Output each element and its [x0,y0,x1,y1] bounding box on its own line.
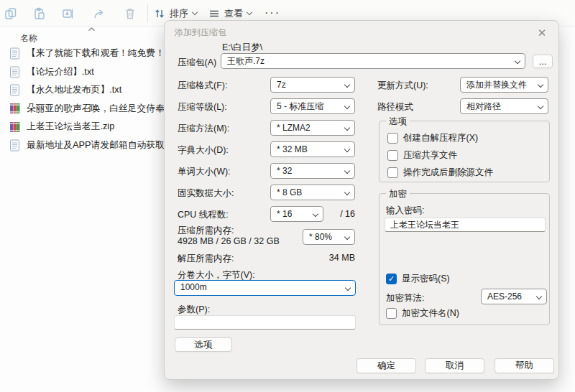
archive-path: E:\白日梦\ [222,42,262,54]
memory-usage-value: * 80% [309,232,332,242]
chevron-down-icon [344,82,350,88]
checkbox-box [386,274,397,284]
checkbox-delete-after[interactable]: 操作完成后删除源文件 [387,167,493,179]
encryption-method-value: AES-256 [487,291,522,302]
cpu-threads-label: CPU 线程数: [178,209,229,221]
password-label: 输入密码: [386,205,424,217]
password-input[interactable]: 上老王论坛当老王 [385,218,546,232]
dictionary-combobox[interactable]: * 32 MB [270,141,355,157]
delete-icon[interactable] [122,6,138,22]
sort-button[interactable]: 排序 [154,6,197,22]
solid-block-label: 固实数据大小: [178,187,234,200]
chevron-down-icon [538,82,543,88]
file-row[interactable]: 上老王论坛当老王.zip [0,118,167,136]
column-header-name[interactable]: 名称 [20,32,37,45]
file-row[interactable]: 【来了就能下载和观看！纯免费！】.txt [0,45,167,63]
method-combobox[interactable]: * LZMA2 [270,120,355,136]
toolbar-divider [147,4,148,22]
chevron-down-icon [345,285,351,291]
encryption-method-combobox[interactable]: AES-256 [481,289,547,304]
level-label: 压缩等级(L): [178,101,227,113]
checkbox-encrypt-filenames[interactable]: 加密文件名(N) [386,307,459,319]
parameters-input[interactable] [174,315,356,330]
sort-arrows-icon [154,8,165,19]
file-name: 朵丽亚的歌声召唤，白丝足交侍奉骚穴被.. [27,103,167,115]
volume-size-combobox[interactable]: 1000m [174,280,356,296]
file-name: 【论坛介绍】.txt [27,66,94,78]
memory-decompress-value: 34 MB [308,253,355,263]
chevron-down-icon [344,146,350,152]
path-mode-value: 相对路径 [466,101,501,111]
update-mode-combobox[interactable]: 添加并替换文件 [460,77,548,93]
solid-block-combobox[interactable]: * 8 GB [270,185,355,200]
format-combobox[interactable]: 7z [270,77,355,93]
method-label: 压缩方法(M): [178,123,229,135]
rar-archive-icon [9,103,21,115]
word-size-value: * 32 [277,166,292,176]
word-size-combobox[interactable]: * 32 [270,163,355,179]
chevron-down-icon [538,103,543,109]
rar-archive-icon [9,121,21,133]
close-icon[interactable]: ✕ [534,25,550,41]
encryption-group-title: 加密 [386,188,410,200]
chevron-down-icon [247,9,252,15]
help-button[interactable]: 帮助 [494,358,554,373]
memory-usage-combobox[interactable]: * 80% [303,229,355,245]
chevron-down-icon [192,9,198,15]
file-name: 【永久地址发布页】.txt [27,84,121,96]
file-name: 【来了就能下载和观看！纯免费！】.txt [27,47,167,60]
options-button[interactable]: 选项 [175,337,232,352]
chevron-down-icon [344,234,350,240]
checkbox-label: 显示密码(S) [402,273,450,285]
share-icon[interactable] [91,6,107,22]
dialog-title: 添加到压缩包 [175,27,226,39]
checkbox-label: 压缩共享文件 [403,149,457,162]
chevron-down-icon [536,294,542,299]
rename-icon[interactable] [60,6,76,22]
chevron-down-icon [515,58,520,64]
method-value: * LZMA2 [277,123,310,133]
archive-name-combobox[interactable]: 王歌声.7z [221,53,525,69]
copy-icon[interactable] [3,6,19,22]
path-mode-combobox[interactable]: 相对路径 [460,98,548,114]
sort-ascending-caret-icon[interactable] [88,27,96,32]
format-label: 压缩格式(F): [178,80,227,92]
checkbox-show-password[interactable]: 显示密码(S) [386,273,450,285]
txt-file-icon [9,84,21,96]
file-row[interactable]: 最新地址及APP请发邮箱自动获取！！！... [0,136,167,155]
txt-file-icon [9,66,21,78]
update-mode-label: 更新方式(U): [377,80,428,92]
txt-file-icon [9,47,21,60]
file-row[interactable]: 朵丽亚的歌声召唤，白丝足交侍奉骚穴被.. [0,100,167,118]
checkbox-create-sfx[interactable]: 创建自解压程序(X) [387,132,478,144]
cpu-threads-max: / 16 [326,209,355,219]
checkbox-box [387,133,398,144]
file-row[interactable]: 【论坛介绍】.txt [0,63,167,82]
screen: 排序 查看 ··· 名称 【来了就能下载和观看！纯免费！】.txt [0,0,575,392]
cpu-threads-combobox[interactable]: * 16 [270,206,323,222]
level-combobox[interactable]: 5 - 标准压缩 [270,98,355,114]
memory-compress-detail: 4928 MB / 26 GB / 32 GB [178,236,280,246]
cancel-button[interactable]: 取消 [425,358,484,373]
checkbox-shared-files[interactable]: 压缩共享文件 [387,149,457,162]
paste-icon[interactable] [32,6,47,22]
memory-compress-label: 压缩所需内存: [178,225,234,237]
checkbox-label: 加密文件名(N) [402,307,459,319]
checkbox-box [387,150,398,161]
update-mode-value: 添加并替换文件 [466,80,527,90]
file-row[interactable]: 【永久地址发布页】.txt [0,81,167,100]
encryption-method-label: 加密算法: [386,292,424,304]
chevron-down-icon [313,211,318,217]
checkbox-label: 操作完成后删除源文件 [403,167,493,179]
browse-button[interactable]: ... [533,55,553,68]
chevron-down-icon [344,103,350,109]
checkbox-box [387,167,398,178]
txt-file-icon [9,139,21,151]
checkbox-box [386,308,397,319]
dictionary-value: * 32 MB [277,144,308,154]
volume-size-value: 1000m [180,282,207,292]
dictionary-label: 字典大小(D): [178,144,229,157]
ok-button[interactable]: 确定 [356,358,416,373]
memory-decompress-label: 解压所需内存: [178,253,234,265]
view-button[interactable]: 查看 [208,6,252,22]
